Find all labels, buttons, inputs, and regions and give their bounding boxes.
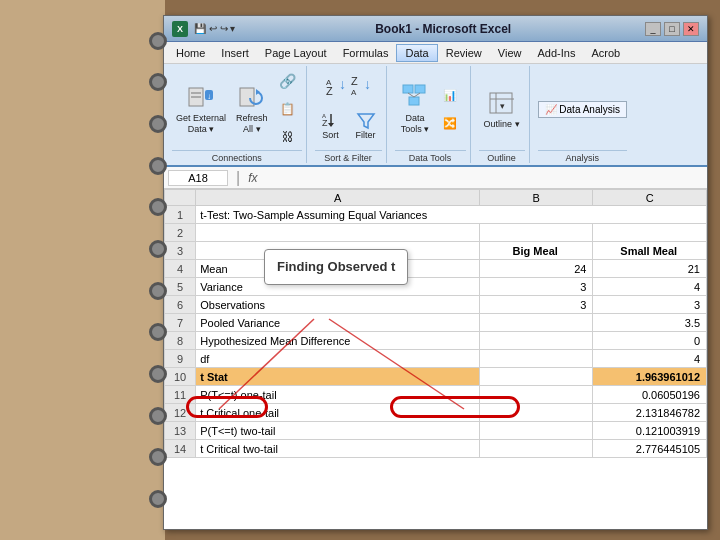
menu-acrobat[interactable]: Acrob [583,45,628,61]
cell-c3[interactable]: Small Meal [593,242,707,260]
connections-button[interactable]: 🔗 [274,68,302,94]
cell-b7[interactable] [479,314,593,332]
cell-c2[interactable] [593,224,707,242]
properties-button[interactable]: 📋 [274,96,302,122]
svg-text:Z: Z [322,118,328,128]
cell-a8[interactable]: Hypothesized Mean Difference [196,332,480,350]
svg-text:↓: ↓ [339,76,346,92]
menu-page-layout[interactable]: Page Layout [257,45,335,61]
table-row: 2 [165,224,707,242]
outline-icon: ▾ [487,89,517,119]
sort-label: Sort [322,130,339,141]
row-num-14: 14 [165,440,196,458]
annotation-box: Finding Observed t [264,249,408,285]
sort-az-button[interactable]: A Z ↓ [325,75,347,105]
cell-b9[interactable] [479,350,593,368]
cell-a13[interactable]: P(T<=t) two-tail [196,422,480,440]
title-controls: _ □ ✕ [645,22,699,36]
row-num-5: 5 [165,278,196,296]
row-num-11: 11 [165,386,196,404]
svg-rect-20 [409,97,419,105]
svg-marker-16 [328,123,334,127]
cell-c6[interactable]: 3 [593,296,707,314]
row-num-13: 13 [165,422,196,440]
menu-addins[interactable]: Add-Ins [529,45,583,61]
get-external-data-button[interactable]: ↓ Get ExternalData ▾ [172,81,230,137]
row-num-9: 9 [165,350,196,368]
refresh-all-button[interactable]: RefreshAll ▾ [232,81,272,137]
cell-c10[interactable]: 1.963961012 [593,368,707,386]
cell-b8[interactable] [479,332,593,350]
cell-a7[interactable]: Pooled Variance [196,314,480,332]
cell-b10[interactable] [479,368,593,386]
cell-a10[interactable]: t Stat [196,368,480,386]
col-header-a[interactable]: A [196,190,480,206]
svg-marker-17 [358,114,374,128]
svg-rect-2 [191,96,201,98]
col-header-c[interactable]: C [593,190,707,206]
table-row: 8 Hypothesized Mean Difference 0 [165,332,707,350]
cell-c4[interactable]: 21 [593,260,707,278]
cell-a12[interactable]: t Critical one-tail [196,404,480,422]
cell-c9[interactable]: 4 [593,350,707,368]
cell-a9[interactable]: df [196,350,480,368]
row-num-8: 8 [165,332,196,350]
close-button[interactable]: ✕ [683,22,699,36]
cell-b4[interactable]: 24 [479,260,593,278]
data-analysis-button[interactable]: 📈 Data Analysis [538,101,627,118]
analysis-buttons: 📈 Data Analysis [538,68,627,150]
cell-c5[interactable]: 4 [593,278,707,296]
filter-button[interactable]: Filter [350,108,382,143]
data-tools-buttons: DataTools ▾ 📊 🔀 [395,68,466,150]
cell-name-box[interactable] [168,170,228,186]
connections-label: Connections [172,150,302,163]
cell-b5[interactable]: 3 [479,278,593,296]
cell-b11[interactable] [479,386,593,404]
menu-home[interactable]: Home [168,45,213,61]
cell-b3[interactable]: Big Meal [479,242,593,260]
what-if-button[interactable]: 📊 [436,82,464,108]
menu-view[interactable]: View [490,45,530,61]
spiral-9 [149,365,167,383]
table-row: 6 Observations 3 3 [165,296,707,314]
outline-button[interactable]: ▾ Outline ▾ [480,87,524,132]
menu-review[interactable]: Review [438,45,490,61]
sort-button[interactable]: A Z Sort [315,108,347,143]
row-num-4: 4 [165,260,196,278]
properties-icon: 📋 [277,98,299,120]
cell-c11[interactable]: 0.06050196 [593,386,707,404]
cell-c12[interactable]: 2.131846782 [593,404,707,422]
cell-b6[interactable]: 3 [479,296,593,314]
spreadsheet: A B C 1 t-Test: Two-Sample Assuming Equa… [164,189,707,529]
cell-a1[interactable]: t-Test: Two-Sample Assuming Equal Varian… [196,206,707,224]
cell-b13[interactable] [479,422,593,440]
minimize-button[interactable]: _ [645,22,661,36]
cell-c14[interactable]: 2.776445105 [593,440,707,458]
sort-za-button[interactable]: Z A ↓ [350,75,372,105]
annotation-text: Finding Observed t [277,259,395,274]
outline-label: Outline ▾ [484,119,520,130]
cell-c7[interactable]: 3.5 [593,314,707,332]
spiral-2 [149,73,167,91]
table-row: 12 t Critical one-tail 2.131846782 [165,404,707,422]
cell-a6[interactable]: Observations [196,296,480,314]
col-header-b[interactable]: B [479,190,593,206]
ribbon-group-outline: ▾ Outline ▾ Outline [475,66,530,163]
menu-insert[interactable]: Insert [213,45,257,61]
menu-formulas[interactable]: Formulas [335,45,397,61]
menu-data[interactable]: Data [396,44,437,62]
data-tools-button[interactable]: DataTools ▾ [396,81,434,137]
maximize-button[interactable]: □ [664,22,680,36]
cell-a2[interactable] [196,224,480,242]
row-num-3: 3 [165,242,196,260]
cell-b2[interactable] [479,224,593,242]
group-button[interactable]: 🔀 [436,110,464,136]
edit-links-button[interactable]: ⛓ [274,124,302,150]
filter-label: Filter [356,130,376,141]
cell-a14[interactable]: t Critical two-tail [196,440,480,458]
cell-c8[interactable]: 0 [593,332,707,350]
cell-b14[interactable] [479,440,593,458]
cell-b12[interactable] [479,404,593,422]
cell-c13[interactable]: 0.121003919 [593,422,707,440]
cell-a11[interactable]: P(T<=t) one-tail [196,386,480,404]
